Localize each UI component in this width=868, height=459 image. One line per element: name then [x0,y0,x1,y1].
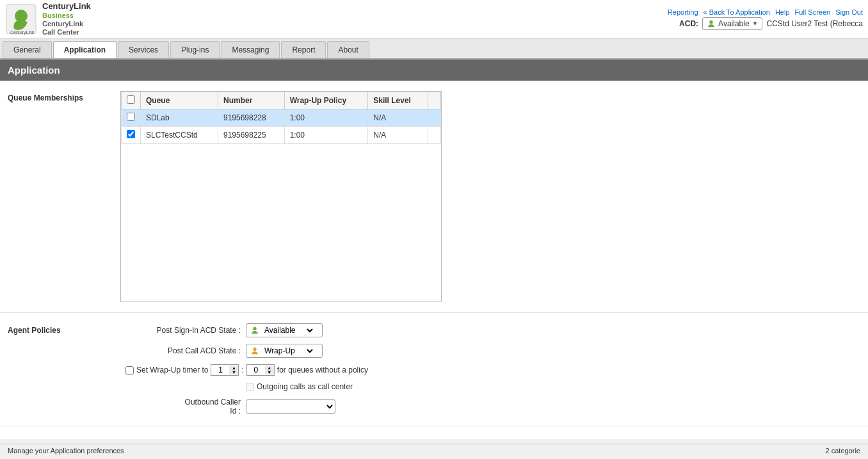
wrapup-up2[interactable]: ▲ [265,366,274,370]
queue-header-check[interactable] [122,92,141,109]
tab-plugins[interactable]: Plug-ins [170,41,220,58]
row-extra-0 [428,109,441,127]
queue-checkbox-1[interactable] [127,130,135,138]
tab-general[interactable]: General [3,41,52,58]
top-links: Reporting « Back To Application Help Ful… [668,8,863,16]
acd-status-label: Available [718,19,749,28]
select-all-checkbox[interactable] [127,95,135,104]
queue-table-body: SDLab 9195698228 1:00 N/A SLCTestCCStd 9… [122,109,441,144]
top-bar: CenturyLink CenturyLink Business Century… [0,0,868,38]
policies-grid: Post Sign-In ACD State : Available Unava… [120,323,368,415]
outbound-caller-row: Outbound Caller Id : [125,398,368,415]
queue-col-extra [428,92,441,109]
outgoing-calls-text: Outgoing calls as call center [257,382,353,391]
table-row[interactable]: SLCTestCCStd 9195698225 1:00 N/A [122,127,441,144]
svg-text:CenturyLink: CenturyLink [10,30,35,35]
queue-col-skill: Skill Level [368,92,428,109]
queue-col-queue: Queue [141,92,218,109]
wrapup-up1[interactable]: ▲ [229,366,238,370]
post-signin-select[interactable]: Available Unavailable Wrap-Up [262,325,315,335]
queue-table-wrapper: Queue Number Wrap-Up Policy Skill Level … [120,91,442,302]
row-number-0: 9195698228 [218,109,284,127]
outbound-caller-select-wrapper[interactable] [246,399,335,414]
wrapup-down1[interactable]: ▼ [229,370,238,374]
queue-table: Queue Number Wrap-Up Policy Skill Level … [121,92,441,144]
row-check-1[interactable] [122,127,141,144]
wrapup-timer-spinner2[interactable]: ▲ ▼ [246,364,275,376]
user-name: CCStd User2 Test (Rebecca [766,19,863,28]
page-title: Application [8,65,60,76]
post-signin-row: Post Sign-In ACD State : Available Unava… [125,323,368,337]
table-row[interactable]: SDLab 9195698228 1:00 N/A [122,109,441,127]
tab-report[interactable]: Report [281,41,326,58]
logo-line1: CenturyLink [42,1,91,12]
wrapup-timer-spinner1[interactable]: ▲ ▼ [211,364,239,376]
logo-line2: Business [42,12,91,20]
acd-status-dropdown[interactable]: Available ▼ [702,17,762,30]
tab-application[interactable]: Application [53,41,117,58]
queue-col-number: Number [218,92,284,109]
queue-section-row: Queue Memberships Queue Number Wrap-Up P… [8,91,860,302]
agent-policies-section: Agent Policies Post Sign-In ACD State : … [0,313,868,426]
wrapup-timer-input2[interactable] [247,365,265,375]
post-call-person-icon [250,346,259,355]
post-call-label: Post Call ACD State : [125,346,241,355]
outbound-caller-select[interactable] [246,400,335,413]
wrapup-timer-checkbox[interactable] [125,366,134,374]
outbound-caller-label-stack: Outbound Caller Id : [125,398,241,415]
queue-memberships-section: Queue Memberships Queue Number Wrap-Up P… [0,81,868,313]
svg-point-4 [253,327,256,330]
queue-memberships-label: Queue Memberships [8,91,110,302]
wrapup-arrows1: ▲ ▼ [229,366,238,374]
reporting-link[interactable]: Reporting [668,8,698,16]
row-number-1: 9195698225 [218,127,284,144]
outbound-caller-label2: Id : [125,407,241,415]
logo-line4: Call Center [42,28,91,36]
tab-services[interactable]: Services [118,41,169,58]
wrapup-arrows2: ▲ ▼ [265,366,274,374]
row-wrapup-0: 1:00 [284,109,368,127]
help-link[interactable]: Help [775,8,790,16]
sign-out-link[interactable]: Sign Out [835,8,863,16]
post-call-select[interactable]: Wrap-Up Available Unavailable [262,346,315,356]
outgoing-calls-label[interactable]: Outgoing calls as call center [246,382,353,391]
back-to-app-link[interactable]: « Back To Application [703,8,770,16]
svg-point-3 [709,20,712,23]
wrapup-down2[interactable]: ▼ [265,370,274,374]
acd-label: ACD: [679,19,698,28]
logo-line3: CenturyLink [42,20,91,28]
queue-table-header-row: Queue Number Wrap-Up Policy Skill Level [122,92,441,109]
wrapup-timer-suffix: for queues without a policy [277,366,368,374]
main-content: Queue Memberships Queue Number Wrap-Up P… [0,81,868,439]
top-right: Reporting « Back To Application Help Ful… [668,8,863,30]
queue-table-container[interactable]: Queue Number Wrap-Up Policy Skill Level … [120,91,442,302]
row-skill-1: N/A [368,127,428,144]
row-queue-1: SLCTestCCStd [141,127,218,144]
post-call-dropdown[interactable]: Wrap-Up Available Unavailable [246,344,323,358]
page-title-bar: Application [0,60,868,81]
logo-text: CenturyLink Business CenturyLink Call Ce… [42,1,91,36]
post-signin-label: Post Sign-In ACD State : [125,326,241,335]
wrapup-timer-input1[interactable] [211,365,229,375]
centurylink-logo: CenturyLink [5,3,37,35]
available-person-icon [707,19,716,28]
logo-area: CenturyLink CenturyLink Business Century… [5,1,91,36]
post-call-row: Post Call ACD State : Wrap-Up Available … [125,344,368,358]
wrapup-timer-label: Set Wrap-Up timer to [136,366,208,374]
row-queue-0: SDLab [141,109,218,127]
tab-about[interactable]: About [327,41,369,58]
post-signin-dropdown[interactable]: Available Unavailable Wrap-Up [246,323,323,337]
tab-messaging[interactable]: Messaging [221,41,280,58]
row-extra-1 [428,127,441,144]
wrapup-timer-row: Set Wrap-Up timer to ▲ ▼ : ▲ ▼ [125,364,368,376]
queue-checkbox-0[interactable] [127,113,135,121]
svg-point-5 [253,348,256,351]
outgoing-calls-checkbox[interactable] [246,383,254,391]
outgoing-calls-row: Outgoing calls as call center [125,382,368,391]
row-wrapup-1: 1:00 [284,127,368,144]
acd-bar: ACD: Available ▼ CCStd User2 Test (Rebec… [679,17,863,30]
nav-tabs: GeneralApplicationServicesPlug-insMessag… [0,38,868,60]
full-screen-link[interactable]: Full Screen [795,8,831,16]
queue-col-wrapup: Wrap-Up Policy [284,92,368,109]
row-check-0[interactable] [122,109,141,127]
